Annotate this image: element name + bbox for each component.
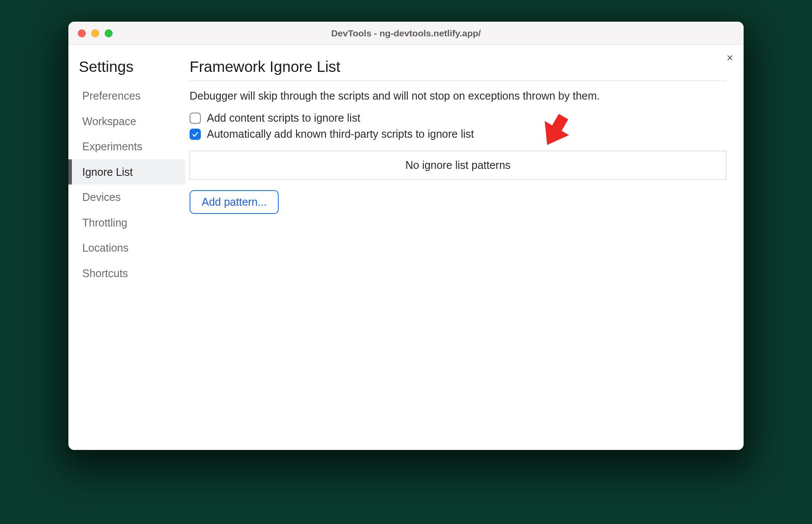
settings-panel: × Settings Preferences Workspace Experim… — [68, 45, 744, 450]
window-close-button[interactable] — [78, 29, 86, 37]
sidebar-item-devices[interactable]: Devices — [68, 184, 185, 210]
sidebar-item-label: Workspace — [82, 115, 136, 127]
sidebar-item-shortcuts[interactable]: Shortcuts — [68, 261, 185, 286]
checkbox-label: Automatically add known third-party scri… — [207, 128, 474, 140]
settings-main: Framework Ignore List Debugger will skip… — [185, 45, 744, 450]
sidebar-item-label: Shortcuts — [82, 267, 128, 279]
page-description: Debugger will skip through the scripts a… — [190, 90, 726, 102]
add-pattern-button[interactable]: Add pattern... — [190, 190, 279, 214]
checkbox-label: Add content scripts to ignore list — [207, 112, 360, 124]
sidebar-item-throttling[interactable]: Throttling — [68, 210, 185, 236]
checkbox-row-third-party: Automatically add known third-party scri… — [190, 128, 726, 140]
sidebar-item-label: Devices — [82, 191, 121, 203]
devtools-window: DevTools - ng-devtools.netlify.app/ × Se… — [68, 22, 744, 450]
sidebar-item-label: Preferences — [82, 90, 141, 102]
window-title: DevTools - ng-devtools.netlify.app/ — [77, 28, 735, 39]
sidebar-item-workspace[interactable]: Workspace — [68, 109, 185, 134]
ignore-list-empty-message: No ignore list patterns — [190, 151, 726, 180]
traffic-lights — [78, 29, 113, 37]
window-maximize-button[interactable] — [105, 29, 113, 37]
checkmark-icon — [191, 130, 199, 138]
close-icon[interactable]: × — [727, 52, 733, 63]
sidebar-item-locations[interactable]: Locations — [68, 235, 185, 261]
sidebar-item-label: Ignore List — [82, 166, 133, 178]
sidebar-title: Settings — [68, 58, 185, 83]
sidebar-item-label: Experiments — [82, 140, 142, 152]
checkbox-row-content-scripts: Add content scripts to ignore list — [190, 112, 726, 124]
window-minimize-button[interactable] — [91, 29, 99, 37]
sidebar-item-label: Locations — [82, 242, 129, 254]
sidebar-item-preferences[interactable]: Preferences — [68, 83, 185, 109]
sidebar-item-experiments[interactable]: Experiments — [68, 134, 185, 159]
sidebar-item-label: Throttling — [82, 217, 127, 229]
settings-sidebar: Settings Preferences Workspace Experimen… — [68, 45, 185, 450]
window-titlebar: DevTools - ng-devtools.netlify.app/ — [68, 22, 744, 45]
sidebar-item-ignore-list[interactable]: Ignore List — [68, 159, 185, 185]
checkbox-add-content-scripts[interactable] — [190, 113, 201, 124]
checkbox-auto-third-party[interactable] — [190, 129, 201, 140]
page-title: Framework Ignore List — [190, 58, 726, 81]
